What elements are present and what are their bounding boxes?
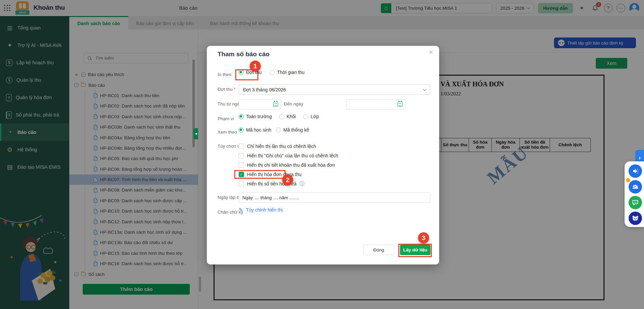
radio-icon [279,114,284,119]
print-by-label: In theo [218,72,231,77]
view-by-label: Xem theo [218,130,237,135]
radio-option[interactable]: Mã thống kê [276,127,309,133]
radio-option[interactable]: Lớp [303,114,319,119]
radio-icon [303,114,308,119]
signature-customize-link[interactable]: ✎ Tùy chỉnh hiển thị [239,207,283,213]
panel-collapse-handle[interactable]: ◀ [193,128,198,139]
radio-icon [239,128,244,133]
radio-icon [270,70,275,75]
radio-option[interactable]: Mã học sinh [239,127,271,133]
app-window: 20-11 Khoản thu Báo cáo ⌂ [Test] Trường … [0,0,644,309]
community-icon[interactable] [629,180,642,194]
to-date-label: Đến ngày [284,101,303,106]
batch-select[interactable]: Đợt 3 tháng 06/2026 [239,84,430,95]
radio-option[interactable]: Khối [279,114,296,119]
checkbox-option[interactable]: Hiển thị "Ghi chú" của lần thu có chênh … [239,151,338,160]
radio-option[interactable]: Toàn trường [239,114,272,119]
radio-icon [276,128,281,133]
dialog-title: Tham số báo cáo [218,51,269,58]
annotation-step-1: 1 [250,61,261,72]
checkbox-icon [239,153,244,158]
to-date-field[interactable] [346,99,406,109]
chevron-down-icon [423,87,426,91]
report-date-input[interactable] [242,195,427,201]
calendar-icon[interactable] [273,102,278,107]
close-icon[interactable]: × [429,49,433,56]
to-date-input[interactable] [349,101,396,107]
radio-option[interactable]: Thời gian thu [270,70,305,75]
checkbox-icon [239,162,244,168]
print-options-label: Tùy chọn in [218,144,241,149]
checkbox-option[interactable]: Chỉ hiển thị lần thu có chênh lệch ⓘ [239,142,338,151]
pencil-icon: ✎ [239,207,243,213]
checkbox-icon [239,181,244,186]
chat-support-icon[interactable] [629,196,642,209]
close-button[interactable]: Đóng [363,245,394,255]
annotation-step-3: 3 [418,232,429,243]
announcement-icon[interactable] [629,164,642,178]
batch-label: Đợt thu * [218,87,236,92]
info-icon[interactable]: ⓘ [300,181,304,187]
checkbox-option[interactable]: Hiển thị chi tiết khoản thu đã xuất hóa … [239,160,338,170]
from-date-label: Thu từ ngày [218,101,242,106]
from-date-field[interactable] [239,99,281,109]
calendar-icon[interactable] [398,102,403,107]
annotation-box-2 [234,170,286,179]
scope-options: Toàn trường Khối Lớp [239,114,319,119]
support-widget-panel [625,161,644,227]
view-by-options: Mã học sinh Mã thống kê [239,127,309,133]
widget-badge-dot [626,178,630,182]
from-date-input[interactable] [242,101,271,107]
checkbox-icon [239,144,244,149]
annotation-step-2: 2 [282,174,293,185]
scope-label: Phạm vi [218,116,234,121]
report-date-field[interactable] [239,192,430,203]
annotation-box-3 [398,244,432,257]
radio-icon [239,114,244,119]
chatbot-icon[interactable] [629,212,642,225]
